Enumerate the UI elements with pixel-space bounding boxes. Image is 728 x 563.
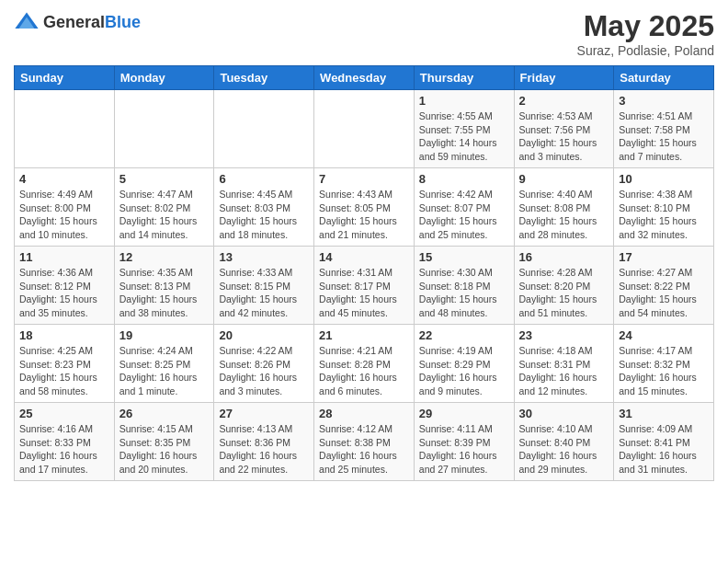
day-cell: 2Sunrise: 4:53 AM Sunset: 7:56 PM Daylig…: [514, 90, 614, 168]
day-cell: 25Sunrise: 4:16 AM Sunset: 8:33 PM Dayli…: [15, 403, 115, 481]
day-number: 12: [119, 250, 210, 264]
logo-icon: [14, 9, 40, 35]
day-info: Sunrise: 4:16 AM Sunset: 8:33 PM Dayligh…: [19, 422, 109, 477]
day-number: 28: [319, 407, 409, 420]
day-info: Sunrise: 4:21 AM Sunset: 8:28 PM Dayligh…: [319, 344, 409, 398]
day-number: 27: [219, 407, 309, 420]
day-cell: 23Sunrise: 4:18 AM Sunset: 8:31 PM Dayli…: [514, 325, 614, 403]
day-number: 6: [219, 172, 309, 186]
day-info: Sunrise: 4:55 AM Sunset: 7:55 PM Dayligh…: [419, 109, 509, 164]
day-cell: 24Sunrise: 4:17 AM Sunset: 8:32 PM Dayli…: [614, 325, 714, 403]
day-info: Sunrise: 4:38 AM Sunset: 8:10 PM Dayligh…: [619, 188, 709, 242]
day-cell: 16Sunrise: 4:28 AM Sunset: 8:20 PM Dayli…: [514, 247, 614, 325]
weekday-header-wednesday: Wednesday: [314, 66, 415, 90]
day-cell: 7Sunrise: 4:43 AM Sunset: 8:05 PM Daylig…: [314, 168, 415, 247]
day-info: Sunrise: 4:47 AM Sunset: 8:02 PM Dayligh…: [119, 188, 210, 242]
day-number: 1: [419, 94, 509, 108]
day-info: Sunrise: 4:27 AM Sunset: 8:22 PM Dayligh…: [619, 266, 709, 320]
day-cell: 22Sunrise: 4:19 AM Sunset: 8:29 PM Dayli…: [414, 325, 514, 403]
day-info: Sunrise: 4:15 AM Sunset: 8:35 PM Dayligh…: [119, 422, 210, 477]
day-number: 26: [119, 407, 210, 420]
day-number: 8: [419, 172, 509, 186]
week-row-3: 11Sunrise: 4:36 AM Sunset: 8:12 PM Dayli…: [15, 247, 714, 325]
day-cell: 18Sunrise: 4:25 AM Sunset: 8:23 PM Dayli…: [15, 325, 115, 403]
day-number: 18: [19, 328, 109, 342]
weekday-header-saturday: Saturday: [614, 66, 714, 90]
day-cell: 4Sunrise: 4:49 AM Sunset: 8:00 PM Daylig…: [15, 168, 115, 247]
day-cell: 28Sunrise: 4:12 AM Sunset: 8:38 PM Dayli…: [314, 403, 415, 481]
weekday-header-friday: Friday: [514, 66, 614, 90]
day-number: 19: [119, 328, 210, 342]
day-info: Sunrise: 4:30 AM Sunset: 8:18 PM Dayligh…: [419, 266, 509, 320]
day-cell: 8Sunrise: 4:42 AM Sunset: 8:07 PM Daylig…: [414, 168, 514, 247]
day-number: 29: [419, 407, 509, 420]
day-cell: 1Sunrise: 4:55 AM Sunset: 7:55 PM Daylig…: [414, 90, 514, 168]
day-number: 14: [319, 250, 409, 264]
day-info: Sunrise: 4:31 AM Sunset: 8:17 PM Dayligh…: [319, 266, 409, 320]
day-info: Sunrise: 4:42 AM Sunset: 8:07 PM Dayligh…: [419, 188, 509, 242]
day-cell: 17Sunrise: 4:27 AM Sunset: 8:22 PM Dayli…: [614, 247, 714, 325]
day-cell: 30Sunrise: 4:10 AM Sunset: 8:40 PM Dayli…: [514, 403, 614, 481]
weekday-header-tuesday: Tuesday: [214, 66, 314, 90]
day-info: Sunrise: 4:43 AM Sunset: 8:05 PM Dayligh…: [319, 188, 409, 242]
day-cell: 5Sunrise: 4:47 AM Sunset: 8:02 PM Daylig…: [114, 168, 214, 247]
day-cell: 14Sunrise: 4:31 AM Sunset: 8:17 PM Dayli…: [314, 247, 415, 325]
page: GeneralBlue May 2025 Suraz, Podlasie, Po…: [0, 0, 728, 563]
day-number: 5: [119, 172, 210, 186]
subtitle: Suraz, Podlasie, Poland: [577, 43, 714, 58]
day-info: Sunrise: 4:12 AM Sunset: 8:38 PM Dayligh…: [319, 422, 409, 477]
week-row-4: 18Sunrise: 4:25 AM Sunset: 8:23 PM Dayli…: [15, 325, 714, 403]
week-row-2: 4Sunrise: 4:49 AM Sunset: 8:00 PM Daylig…: [15, 168, 714, 247]
day-cell: 20Sunrise: 4:22 AM Sunset: 8:26 PM Dayli…: [214, 325, 314, 403]
day-info: Sunrise: 4:53 AM Sunset: 7:56 PM Dayligh…: [519, 109, 609, 164]
day-number: 22: [419, 328, 509, 342]
day-info: Sunrise: 4:19 AM Sunset: 8:29 PM Dayligh…: [419, 344, 509, 398]
main-title: May 2025: [577, 9, 714, 43]
day-number: 16: [519, 250, 609, 264]
day-cell: [214, 90, 314, 168]
day-number: 11: [19, 250, 109, 264]
logo-text-general: General: [43, 13, 105, 31]
day-number: 17: [619, 250, 709, 264]
day-info: Sunrise: 4:35 AM Sunset: 8:13 PM Dayligh…: [119, 266, 210, 320]
logo-text-blue: Blue: [105, 13, 141, 31]
day-cell: 31Sunrise: 4:09 AM Sunset: 8:41 PM Dayli…: [614, 403, 714, 481]
day-info: Sunrise: 4:40 AM Sunset: 8:08 PM Dayligh…: [519, 188, 609, 242]
weekday-header-sunday: Sunday: [15, 66, 115, 90]
day-cell: 26Sunrise: 4:15 AM Sunset: 8:35 PM Dayli…: [114, 403, 214, 481]
day-info: Sunrise: 4:22 AM Sunset: 8:26 PM Dayligh…: [219, 344, 309, 398]
day-info: Sunrise: 4:09 AM Sunset: 8:41 PM Dayligh…: [619, 422, 709, 477]
day-number: 4: [19, 172, 109, 186]
logo: GeneralBlue: [14, 9, 141, 35]
day-info: Sunrise: 4:18 AM Sunset: 8:31 PM Dayligh…: [519, 344, 609, 398]
day-number: 21: [319, 328, 409, 342]
day-info: Sunrise: 4:33 AM Sunset: 8:15 PM Dayligh…: [219, 266, 309, 320]
day-cell: 19Sunrise: 4:24 AM Sunset: 8:25 PM Dayli…: [114, 325, 214, 403]
day-number: 24: [619, 328, 709, 342]
day-number: 9: [519, 172, 609, 186]
day-number: 2: [519, 94, 609, 108]
day-number: 10: [619, 172, 709, 186]
day-cell: 15Sunrise: 4:30 AM Sunset: 8:18 PM Dayli…: [414, 247, 514, 325]
day-cell: 10Sunrise: 4:38 AM Sunset: 8:10 PM Dayli…: [614, 168, 714, 247]
day-number: 20: [219, 328, 309, 342]
day-cell: 12Sunrise: 4:35 AM Sunset: 8:13 PM Dayli…: [114, 247, 214, 325]
day-info: Sunrise: 4:36 AM Sunset: 8:12 PM Dayligh…: [19, 266, 109, 320]
day-info: Sunrise: 4:28 AM Sunset: 8:20 PM Dayligh…: [519, 266, 609, 320]
day-info: Sunrise: 4:11 AM Sunset: 8:39 PM Dayligh…: [419, 422, 509, 477]
day-number: 7: [319, 172, 409, 186]
calendar: SundayMondayTuesdayWednesdayThursdayFrid…: [14, 65, 714, 481]
day-number: 31: [619, 407, 709, 420]
day-info: Sunrise: 4:51 AM Sunset: 7:58 PM Dayligh…: [619, 109, 709, 164]
day-number: 3: [619, 94, 709, 108]
day-info: Sunrise: 4:25 AM Sunset: 8:23 PM Dayligh…: [19, 344, 109, 398]
title-block: May 2025 Suraz, Podlasie, Poland: [577, 9, 714, 58]
day-number: 15: [419, 250, 509, 264]
day-info: Sunrise: 4:45 AM Sunset: 8:03 PM Dayligh…: [219, 188, 309, 242]
day-number: 25: [19, 407, 109, 420]
day-info: Sunrise: 4:24 AM Sunset: 8:25 PM Dayligh…: [119, 344, 210, 398]
header: GeneralBlue May 2025 Suraz, Podlasie, Po…: [14, 9, 714, 58]
day-cell: 9Sunrise: 4:40 AM Sunset: 8:08 PM Daylig…: [514, 168, 614, 247]
day-info: Sunrise: 4:13 AM Sunset: 8:36 PM Dayligh…: [219, 422, 309, 477]
day-info: Sunrise: 4:17 AM Sunset: 8:32 PM Dayligh…: [619, 344, 709, 398]
